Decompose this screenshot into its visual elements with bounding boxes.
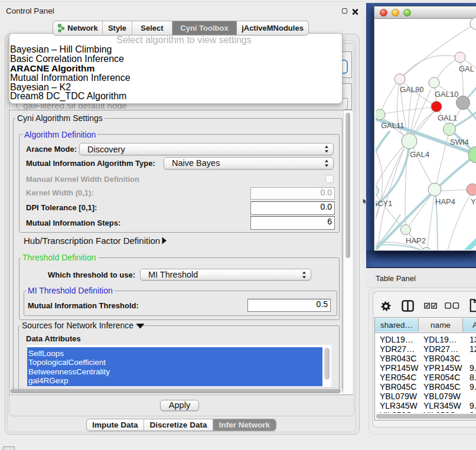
svg-text:GAL11: GAL11 — [381, 121, 405, 130]
svg-text:GAL1: GAL1 — [438, 113, 457, 122]
svg-text:GCY1: GCY1 — [376, 199, 392, 208]
svg-text:GAL10: GAL10 — [435, 90, 458, 99]
svg-text:GAL: GAL — [459, 64, 474, 73]
svg-text:HAP4: HAP4 — [435, 197, 455, 206]
svg-text:GAL4: GAL4 — [410, 150, 429, 159]
svg-text:GAL80: GAL80 — [400, 85, 423, 94]
svg-text:Y: Y — [471, 197, 476, 206]
svg-text:HAP2: HAP2 — [406, 236, 426, 245]
svg-text:SWI4: SWI4 — [450, 138, 469, 146]
